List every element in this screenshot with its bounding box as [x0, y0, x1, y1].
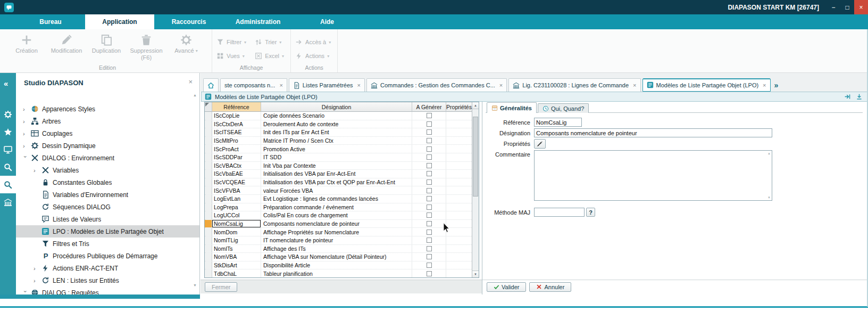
comment-textarea[interactable]: ▲ ▼ — [534, 150, 772, 201]
scrollbar-thumb[interactable] — [473, 117, 478, 197]
tab-close-icon[interactable]: × — [357, 82, 361, 88]
organization-button[interactable] — [0, 193, 16, 211]
menu-raccourcis[interactable]: Raccourcis — [154, 14, 223, 29]
table-row[interactable]: LogEvtLanEvt Logistique : lignes de comm… — [205, 195, 472, 203]
table-row[interactable]: IScVCQEAEInitialisation des VBA par Ctx … — [205, 178, 472, 187]
tab-close-icon[interactable]: × — [499, 82, 503, 88]
generate-checkbox[interactable] — [427, 238, 432, 243]
minimize-button[interactable]: − — [827, 0, 840, 14]
generate-checkbox[interactable] — [427, 154, 432, 160]
chevron-right-icon[interactable]: › — [34, 265, 40, 272]
tab-qui-quand[interactable]: Qui, Quand? — [538, 103, 589, 113]
settings-button[interactable] — [0, 105, 16, 123]
chevron-right-icon[interactable]: › — [23, 143, 30, 149]
reference-input[interactable] — [534, 118, 582, 127]
table-row[interactable]: NomDomAffichage Propriétés sur Nomenclat… — [205, 228, 472, 236]
collapse-sidebar-button[interactable]: « — [0, 75, 16, 92]
chevron-right-icon[interactable]: › — [23, 130, 30, 137]
sidebar-item-len-listes-sur-entit-s[interactable]: ›LEN : Listes sur Entités — [16, 274, 199, 287]
goto-last-icon[interactable] — [844, 93, 851, 100]
ribbon-vues-button[interactable]: Vues▾ — [216, 50, 246, 62]
tree-scroll-up-icon[interactable]: ▲ — [193, 93, 197, 97]
tree-scroll-down-icon[interactable]: ▼ — [193, 283, 197, 287]
table-row[interactable]: NomVBAAffichage VBA sur Nomenclature (Dé… — [205, 253, 472, 261]
tab-home[interactable] — [203, 78, 219, 92]
designation-input[interactable] — [534, 128, 772, 137]
generate-checkbox[interactable] — [427, 163, 432, 168]
table-row[interactable]: LogPrepaPréparation commande / événement — [205, 203, 472, 212]
screens-button[interactable] — [0, 141, 16, 158]
ribbon-modification-button[interactable]: Modification — [47, 32, 86, 61]
table-row[interactable]: StkDisArtDisponibilité Article — [205, 261, 472, 270]
sidebar-item-actions-enr-act-ent[interactable]: ›Actions ENR-ACT-ENT — [16, 262, 199, 274]
sidebar-item-dialog-requ-tes[interactable]: ›DIALOG : Requêtes — [16, 287, 199, 295]
comment-scroll-up-icon[interactable]: ▲ — [767, 152, 771, 155]
ribbon-acc-s-button[interactable]: Accès à▾ — [295, 36, 331, 48]
table-row[interactable]: IScCtxDerADeroulement Auto de contexte — [205, 120, 472, 129]
table-row[interactable]: TdbChaLTableur planification — [205, 269, 472, 277]
methode-maj-help-button[interactable]: ? — [586, 208, 595, 217]
sidebar-item-dialog-environnement[interactable]: ›DIALOG : Environnement — [16, 152, 199, 164]
generate-checkbox[interactable] — [427, 129, 432, 135]
tab-ste-composants-n[interactable]: ste composants n...× — [220, 78, 287, 92]
table-row[interactable]: IScCopLieCopie données Scenario — [205, 112, 472, 120]
generate-checkbox[interactable] — [427, 138, 432, 143]
menu-aide[interactable]: Aide — [293, 14, 362, 29]
chevron-down-icon[interactable]: › — [22, 290, 29, 295]
fermer-button[interactable]: Fermer — [205, 282, 237, 292]
valider-button[interactable]: Valider — [487, 282, 526, 292]
tab-generalites[interactable]: Généralités — [487, 102, 537, 113]
sidebar-item-dessin-dynamique[interactable]: ›Dessin Dynamique — [16, 140, 199, 152]
scrollbar-track[interactable] — [472, 197, 479, 271]
table-row[interactable]: IScMltProMatrice IT Promo / Scen Ctx — [205, 137, 472, 145]
ribbon-excel-button[interactable]: Excel▾ — [255, 50, 284, 62]
comment-scroll-down-icon[interactable]: ▼ — [767, 196, 771, 199]
sidebar-item-constantes-globales[interactable]: Constantes Globales — [16, 176, 199, 189]
column-header-designation[interactable]: Désignation — [261, 102, 412, 112]
ribbon-filtrer-button[interactable]: Filtrer▾ — [216, 36, 246, 48]
chevron-right-icon[interactable]: › — [34, 167, 40, 174]
chevron-right-icon[interactable]: › — [34, 277, 40, 284]
scroll-down-icon[interactable]: ▼ — [472, 271, 479, 277]
sidebar-item-proc-dures-publiques-de-d-marrage[interactable]: PProcédures Publiques de Démarrage — [16, 250, 199, 262]
table-row[interactable]: IScITSEAEInit des ITs par Enr Act Ent — [205, 128, 472, 137]
generate-checkbox[interactable] — [427, 171, 432, 176]
favorites-button[interactable] — [0, 123, 16, 141]
generate-checkbox[interactable] — [427, 246, 432, 251]
sidebar-item-variables-d-environnement[interactable]: Variables d'Environnement — [16, 189, 199, 201]
generate-checkbox[interactable] — [427, 212, 432, 218]
table-row[interactable]: IScSDDParIT SDD — [205, 153, 472, 162]
generate-checkbox[interactable] — [427, 271, 432, 276]
tab-lig-c231100028-lignes-de-commande[interactable]: Lig. C231100028 : Lignes de Commande× — [508, 78, 640, 92]
ribbon-actions-button[interactable]: Actions▾ — [295, 50, 331, 62]
sidebar-close-icon[interactable]: × — [188, 78, 193, 86]
table-row[interactable]: LogUCColColis/Pal En cours de chargement — [205, 211, 472, 220]
generate-checkbox[interactable] — [427, 254, 432, 259]
generate-checkbox[interactable] — [427, 146, 432, 152]
ribbon-duplication-button[interactable]: Duplication — [87, 32, 126, 61]
studio-search-button[interactable] — [0, 176, 16, 193]
menu-administration[interactable]: Administration — [223, 14, 293, 29]
tab-close-icon[interactable]: × — [763, 82, 766, 88]
scroll-up-icon[interactable]: ▲ — [472, 102, 479, 109]
maximize-button[interactable]: □ — [840, 0, 854, 14]
tab-mod-les-de-liste-partag-e-objet-lpo[interactable]: Modèles de Liste Partagée Objet (LPO)× — [642, 78, 771, 92]
generate-checkbox[interactable] — [427, 113, 432, 118]
table-row[interactable]: NomITLigIT nomenclature de pointeur — [205, 236, 472, 245]
generate-checkbox[interactable] — [427, 121, 432, 127]
sidebar-item-arbres[interactable]: ›Arbres — [16, 115, 199, 127]
tab-listes-param-tr-es[interactable]: Listes Paramétrées× — [289, 78, 365, 92]
sidebar-item-variables[interactable]: ›Variables — [16, 164, 199, 176]
generate-checkbox[interactable] — [427, 221, 432, 226]
chevron-down-icon[interactable]: › — [22, 156, 29, 162]
search-button[interactable] — [0, 158, 16, 176]
table-row[interactable]: IScVFVBAvaleur Forcées VBA — [205, 186, 472, 195]
column-header-a-generer[interactable]: A Générer — [412, 102, 446, 112]
sidebar-item-lpo-mod-les-de-liste-partag-e-objet[interactable]: LPO : Modèles de Liste Partagée Objet — [16, 225, 199, 238]
methode-maj-input[interactable] — [534, 208, 585, 217]
generate-checkbox[interactable] — [427, 179, 432, 185]
table-row[interactable]: NomITsAffichage des ITs — [205, 245, 472, 253]
generate-checkbox[interactable] — [427, 196, 432, 201]
annuler-button[interactable]: Annuler — [529, 282, 571, 292]
generate-checkbox[interactable] — [427, 188, 432, 193]
